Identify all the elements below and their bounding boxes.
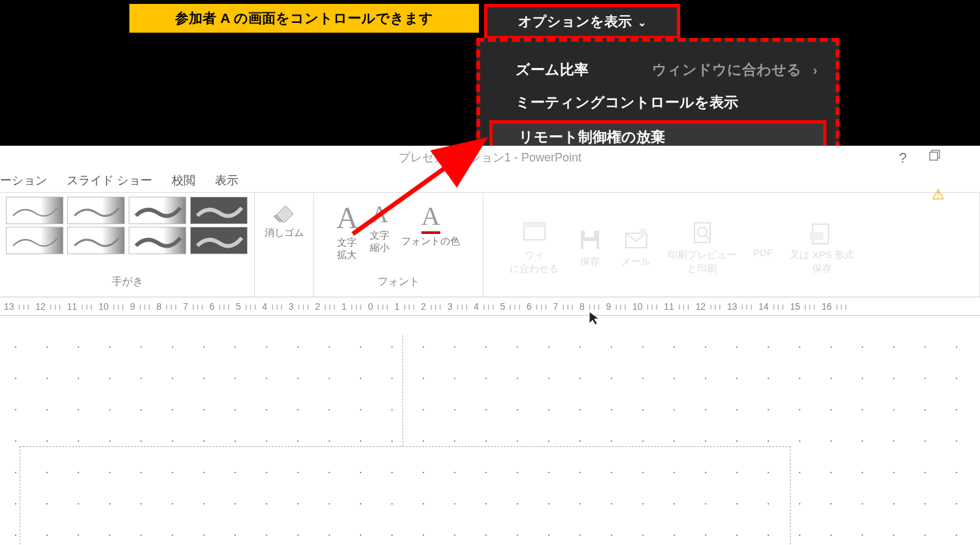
ribbon-font-label: フォント — [378, 275, 419, 293]
menu-release-label: リモート制御権の放棄 — [519, 127, 665, 147]
menu-zoom-label: ズーム比率 — [515, 60, 589, 80]
menu-meeting-label: ミーティングコントロールを表示 — [515, 93, 738, 112]
svg-rect-15 — [810, 232, 823, 240]
tab-transition[interactable]: ーション — [0, 173, 47, 188]
tab-slideshow[interactable]: スライド ショー — [67, 173, 152, 188]
ruler-tick: 16ııı — [817, 301, 849, 312]
font-color-label: フォントの色 — [401, 235, 460, 248]
chevron-right-icon: › — [813, 63, 817, 78]
restore-window-icon[interactable] — [929, 150, 941, 165]
eraser-button[interactable]: 消しゴム — [265, 197, 304, 239]
fit-window-icon — [520, 219, 549, 248]
warning-icon[interactable]: ⚠ — [932, 186, 945, 203]
ppt-title: プレゼンテーション1 - PowerPoint — [399, 151, 581, 164]
ruler-tick: 3ııı — [444, 301, 470, 312]
ribbon-group-eraser: 消しゴム — [255, 193, 314, 297]
tab-review[interactable]: 校閲 — [172, 173, 195, 188]
tab-view[interactable]: 表示 — [215, 173, 238, 188]
ruler-tick: 2ııı — [417, 301, 443, 312]
ruler-tick: 5ııı — [497, 301, 523, 312]
slide-canvas[interactable] — [0, 316, 980, 545]
ruler-tick: 8ııı — [152, 301, 178, 312]
options-dropdown-button[interactable]: オプションを表示 ⌄ — [484, 4, 680, 39]
menu-zoom-value: ウィンドウに合わせる — [652, 60, 802, 80]
ruler-tick: 12ııı — [691, 301, 723, 312]
letter-a-large-icon: A — [336, 201, 358, 235]
svg-rect-11 — [694, 223, 710, 242]
ribbon-group-faded: ウィ に合わせる 保存 メール 印刷プレビュー と印刷 PDF 又は XPS — [483, 193, 980, 297]
letter-a-small-icon: A — [371, 201, 388, 228]
pen-style-2[interactable] — [67, 197, 125, 224]
control-banner: 参加者 A の画面をコントロールできます — [129, 4, 479, 33]
eraser-label: 消しゴム — [265, 227, 304, 239]
eraser-icon — [271, 197, 297, 223]
ruler-tick: 5ııı — [232, 301, 258, 312]
svg-rect-7 — [585, 231, 594, 237]
ruler-tick: 11ııı — [63, 301, 95, 312]
pen-style-6[interactable] — [67, 227, 125, 254]
pen-style-1[interactable] — [6, 197, 63, 224]
chevron-down-icon: ⌄ — [638, 17, 646, 28]
print-preview-icon — [688, 219, 717, 248]
svg-point-10 — [639, 228, 647, 236]
font-enlarge-button[interactable]: A 文字 拡大 — [336, 201, 358, 261]
save-button[interactable]: 保存 — [576, 225, 604, 268]
ruler-tick: 10ııı — [629, 301, 660, 312]
ruler-tick: 13ııı — [0, 301, 31, 312]
print-preview-button[interactable]: 印刷プレビュー と印刷 — [668, 219, 736, 275]
ppt-title-bar: プレゼンテーション1 - PowerPoint ? — [0, 146, 980, 168]
pen-style-7[interactable] — [129, 227, 186, 254]
ruler-tick: 12ııı — [31, 301, 63, 312]
letter-a-color-icon: A — [421, 201, 440, 234]
ppt-ribbon: 手がき 消しゴム A 文字 拡大 A 文字 縮小 A — [0, 193, 980, 297]
ruler-tick: 1ııı — [338, 301, 364, 312]
horizontal-ruler: 13ııı12ııı11ııı10ııı9ııı8ııı7ııı6ııı5ııı… — [0, 297, 980, 316]
ruler-tick: 9ııı — [126, 301, 152, 312]
ribbon-group-font: A 文字 拡大 A 文字 縮小 A フォントの色 フォント — [314, 193, 483, 297]
ruler-tick: 13ııı — [723, 301, 755, 312]
ruler-tick: 7ııı — [549, 301, 576, 312]
ruler-tick: 4ııı — [470, 301, 496, 312]
textbox-placeholder[interactable] — [20, 446, 791, 545]
pen-style-5[interactable] — [6, 227, 63, 254]
ruler-tick: 9ııı — [602, 301, 628, 312]
svg-line-13 — [706, 235, 710, 239]
ruler-tick: 10ııı — [95, 301, 126, 312]
menu-show-meeting-controls[interactable]: ミーティングコントロールを表示 — [480, 86, 836, 119]
xps-icon — [808, 219, 836, 248]
ruler-tick: 14ııı — [755, 301, 786, 312]
ruler-tick: 6ııı — [205, 301, 231, 312]
ribbon-handwriting-label: 手がき — [112, 275, 143, 293]
ppt-ribbon-tabs: ーション スライド ショー 校閲 表示 ⚠ — [0, 168, 980, 193]
font-enlarge-label: 文字 拡大 — [337, 237, 357, 261]
pen-style-grid — [6, 197, 249, 254]
pen-style-3[interactable] — [129, 197, 186, 224]
xps-button[interactable]: 又は XPS 形式 保存 — [790, 219, 854, 275]
ruler-tick: 2ııı — [311, 301, 337, 312]
menu-zoom-ratio[interactable]: ズーム比率 ウィンドウに合わせる › — [480, 54, 836, 86]
ribbon-group-handwriting: 手がき — [0, 193, 255, 297]
font-shrink-label: 文字 縮小 — [370, 229, 389, 254]
ruler-tick: 0ııı — [364, 301, 390, 312]
ruler-tick: 3ııı — [285, 301, 311, 312]
pen-style-4[interactable] — [190, 197, 248, 224]
help-icon[interactable]: ? — [899, 150, 907, 167]
fit-window-button[interactable]: ウィ に合わせる — [510, 219, 559, 275]
ruler-tick: 15ııı — [786, 301, 817, 312]
svg-rect-8 — [583, 241, 596, 249]
mail-button[interactable]: メール — [621, 225, 651, 268]
svg-rect-5 — [524, 223, 545, 227]
options-label: オプションを表示 — [518, 14, 632, 29]
mail-icon — [622, 225, 651, 254]
pen-style-8[interactable] — [190, 227, 248, 254]
font-color-button[interactable]: A フォントの色 — [401, 201, 460, 248]
ruler-tick: 1ııı — [391, 301, 417, 312]
ruler-tick: 4ııı — [258, 301, 284, 312]
svg-point-12 — [698, 227, 707, 237]
ruler-tick: 7ııı — [179, 301, 205, 312]
pdf-button[interactable]: PDF — [753, 235, 773, 258]
save-icon — [576, 225, 604, 254]
font-shrink-button[interactable]: A 文字 縮小 — [370, 201, 389, 254]
ruler-tick: 11ııı — [660, 301, 691, 312]
cursor-icon — [588, 310, 601, 329]
